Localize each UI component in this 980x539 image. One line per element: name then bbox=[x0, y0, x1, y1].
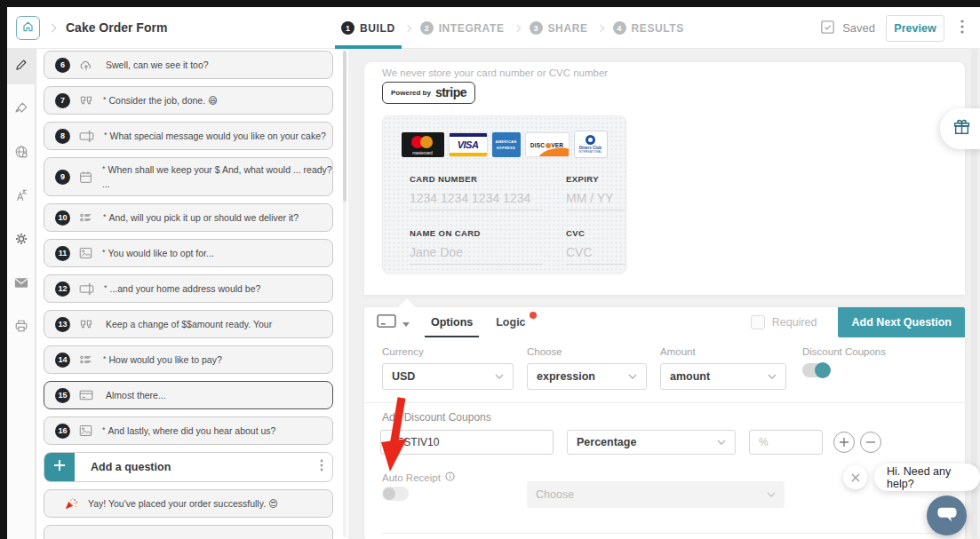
receipt-choose-select[interactable]: Choose bbox=[527, 481, 785, 508]
credit-card-icon bbox=[377, 313, 397, 332]
question-text-line2: ... bbox=[102, 178, 332, 189]
question-panel: 6Swell, can we see it too?7*Consider the… bbox=[36, 49, 348, 539]
pen-icon bbox=[14, 58, 28, 75]
stripe-logo: stripe bbox=[435, 85, 466, 99]
choose-label: Choose bbox=[527, 346, 647, 357]
card-number-label: CARD NUMBER bbox=[410, 174, 543, 184]
quotes-icon bbox=[79, 95, 93, 106]
tab-share[interactable]: 3 SHARE bbox=[530, 7, 588, 49]
question-number: 10 bbox=[55, 210, 70, 226]
card-disclaimer: We never store your card number or CVC n… bbox=[382, 67, 608, 78]
question-number: 14 bbox=[55, 353, 70, 368]
card-brand-logos: mastercard VISA AMERICAN EXPRESS DISCVER bbox=[383, 131, 625, 158]
mail-icon bbox=[14, 276, 28, 292]
coupon-type-select[interactable]: Percentage bbox=[567, 430, 736, 455]
tab-logic[interactable]: Logic bbox=[496, 307, 525, 337]
question-item-7[interactable]: 7*Consider the job, done. 😄 bbox=[44, 86, 333, 115]
saved-label: Saved bbox=[842, 21, 875, 35]
currency-label: Currency bbox=[382, 346, 514, 357]
currency-select[interactable]: USD bbox=[382, 363, 514, 390]
expression-select[interactable]: expression bbox=[527, 363, 647, 390]
question-item-14[interactable]: 14*How would you like to pay? bbox=[44, 345, 333, 374]
remove-coupon-button[interactable] bbox=[860, 432, 881, 453]
chevron-right-icon bbox=[403, 24, 410, 31]
diners-club-logo: Diners Club INTERNATIONAL bbox=[574, 131, 608, 158]
sidebar-item-printer[interactable] bbox=[7, 310, 36, 345]
question-item-8[interactable]: 8*What special message would you like on… bbox=[44, 122, 333, 150]
add-question-row[interactable]: Add a question bbox=[44, 452, 333, 482]
coupon-code-input[interactable] bbox=[380, 430, 554, 455]
add-question-label: Add a question bbox=[91, 461, 320, 473]
discover-logo: DISCVER bbox=[525, 132, 570, 157]
globe-icon bbox=[14, 145, 28, 162]
question-number: 7 bbox=[55, 93, 70, 108]
question-number: 11 bbox=[55, 246, 70, 261]
info-icon[interactable] bbox=[445, 472, 455, 483]
chat-dismiss-button[interactable] bbox=[843, 465, 867, 489]
page-title: Cake Order Form bbox=[66, 20, 167, 35]
add-discount-coupons-label: Add Discount Coupons bbox=[382, 411, 491, 424]
close-icon bbox=[851, 473, 860, 482]
question-item-10[interactable]: 10*And, will you pick it up or should we… bbox=[44, 203, 333, 232]
chevron-down-icon bbox=[768, 374, 777, 379]
question-list: 6Swell, can we see it too?7*Consider the… bbox=[36, 49, 348, 539]
question-type-dropdown[interactable] bbox=[377, 313, 410, 332]
tab-results[interactable]: 4 RESULTS bbox=[613, 7, 684, 49]
chat-launcher-button[interactable] bbox=[927, 495, 967, 535]
coupon-row: Percentage bbox=[380, 430, 881, 455]
name-on-card-field[interactable]: Jane Doe bbox=[410, 245, 543, 265]
payment-settings-row: Currency USD Choose expression Amount am… bbox=[382, 346, 886, 390]
home-button[interactable] bbox=[16, 16, 40, 40]
text-input-icon bbox=[79, 283, 94, 295]
sidebar-item-mail[interactable] bbox=[7, 266, 36, 302]
tab-build[interactable]: 1 BUILD bbox=[341, 7, 395, 49]
required-asterisk: * bbox=[102, 164, 106, 173]
sidebar-item-brush[interactable] bbox=[7, 92, 36, 128]
chat-greeting-bubble[interactable]: Hi. Need any help? bbox=[874, 464, 980, 491]
sidebar-item-gear[interactable] bbox=[7, 223, 36, 258]
coupon-amount-input[interactable] bbox=[749, 430, 823, 455]
home-icon bbox=[21, 20, 35, 36]
image-icon bbox=[79, 424, 92, 437]
list-icon bbox=[79, 354, 93, 365]
question-item-9[interactable]: 9*When shall we keep your $ And, what wo… bbox=[44, 157, 333, 196]
brush-icon bbox=[14, 101, 28, 119]
question-item-11[interactable]: 11*You would like to opt for... bbox=[44, 239, 333, 267]
question-text: Keep a change of $$amount ready. Your bbox=[106, 319, 272, 330]
gear-icon bbox=[14, 232, 28, 250]
header-kebab-menu-icon[interactable] bbox=[955, 16, 969, 41]
tab-integrate[interactable]: 2 INTEGRATE bbox=[420, 7, 505, 49]
sidebar-item-pen[interactable] bbox=[7, 49, 36, 84]
discount-coupons-toggle[interactable] bbox=[802, 363, 829, 377]
add-coupon-button[interactable] bbox=[833, 432, 855, 453]
chevron-down-icon bbox=[628, 374, 637, 379]
amount-select[interactable]: amount bbox=[660, 363, 786, 390]
add-question-kebab-icon[interactable] bbox=[320, 459, 323, 475]
ending-message-row[interactable]: Yay! You've placed your order successful… bbox=[44, 489, 333, 518]
question-item-16[interactable]: 16*And lastly, where did you hear about … bbox=[44, 416, 333, 445]
question-item-15[interactable]: 15Almost there... bbox=[44, 381, 333, 409]
question-number: 16 bbox=[55, 424, 70, 439]
tab-options[interactable]: Options bbox=[431, 307, 473, 337]
preview-button[interactable]: Preview bbox=[886, 15, 944, 42]
top-header: Cake Order Form 1 BUILD 2 INTEGRATE 3 SH… bbox=[7, 7, 980, 49]
expiry-field[interactable]: MM / YY bbox=[566, 191, 625, 210]
question-item-12[interactable]: 12*...and your home address would be? bbox=[44, 274, 333, 303]
add-next-question-button[interactable]: Add Next Question bbox=[838, 307, 965, 337]
question-item-6[interactable]: 6Swell, can we see it too? bbox=[44, 51, 333, 79]
question-scrollbar[interactable] bbox=[343, 51, 347, 202]
rewards-tab[interactable] bbox=[940, 108, 980, 149]
question-number: 12 bbox=[55, 281, 70, 297]
question-item-13[interactable]: 13Keep a change of $$amount ready. Your bbox=[44, 310, 333, 338]
question-item-partial[interactable] bbox=[44, 525, 333, 539]
chevron-down-icon bbox=[495, 374, 504, 379]
required-checkbox[interactable] bbox=[751, 315, 765, 329]
card-number-field[interactable]: 1234 1234 1234 1234 bbox=[410, 191, 543, 210]
required-label: Required bbox=[772, 316, 817, 329]
add-question-button[interactable] bbox=[44, 452, 75, 482]
auto-receipt-toggle[interactable] bbox=[382, 487, 409, 501]
cvc-field[interactable]: CVC bbox=[566, 245, 625, 265]
sidebar-item-globe[interactable] bbox=[7, 136, 36, 171]
card-input-preview: mastercard VISA AMERICAN EXPRESS DISCVER bbox=[382, 115, 626, 273]
sidebar-item-translate[interactable] bbox=[7, 179, 36, 215]
